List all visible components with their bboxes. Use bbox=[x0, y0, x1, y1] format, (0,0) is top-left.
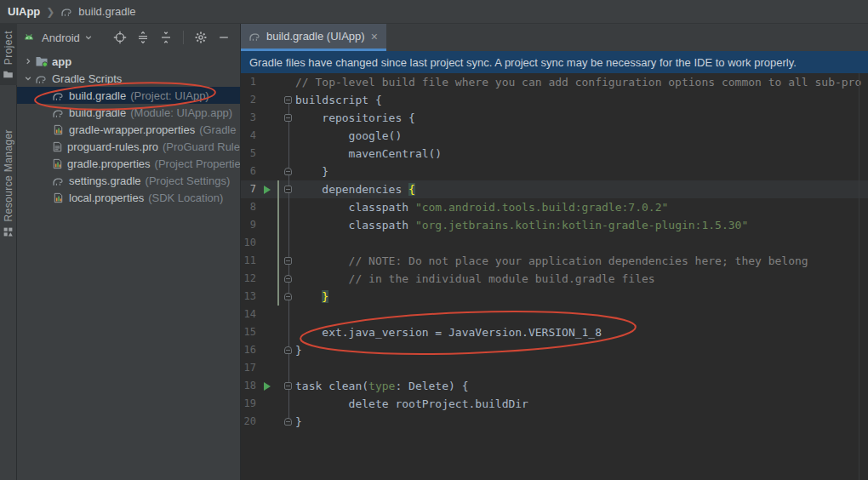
code-line-13[interactable]: 13 } bbox=[241, 288, 868, 306]
expand-all-button[interactable] bbox=[135, 30, 151, 45]
chevron-down-icon[interactable] bbox=[84, 33, 93, 42]
tree-item-gradle-properties-6[interactable]: gradle.properties(Project Propertie bbox=[17, 155, 240, 172]
code-line-16[interactable]: 16} bbox=[241, 341, 868, 359]
hide-icon bbox=[218, 31, 230, 43]
file-icon bbox=[51, 140, 64, 153]
code-text[interactable]: } bbox=[295, 341, 302, 359]
fold-marker-icon[interactable] bbox=[283, 413, 295, 431]
code-line-10[interactable]: 10 bbox=[241, 234, 868, 252]
intention-bulb-icon[interactable] bbox=[297, 183, 307, 196]
fold-marker-icon[interactable] bbox=[283, 288, 295, 306]
fold-marker-icon[interactable] bbox=[283, 252, 295, 270]
tab-build-gradle-uiapp[interactable]: build.gradle (UIApp) × bbox=[241, 24, 386, 51]
tree-item-build-gradle-2[interactable]: build.gradle(Project: UIApp) bbox=[17, 87, 240, 104]
code-text[interactable]: google() bbox=[295, 127, 402, 145]
fold-marker-icon[interactable] bbox=[283, 270, 295, 288]
fold-marker-icon[interactable] bbox=[283, 91, 295, 109]
code-line-18[interactable]: 18task clean(type: Delete) { bbox=[241, 377, 868, 395]
tree-item-proguard-rules-pro-5[interactable]: proguard-rules.pro(ProGuard Rule bbox=[17, 138, 240, 155]
code-line-5[interactable]: 5 mavenCentral() bbox=[241, 145, 868, 163]
breadcrumb-project[interactable]: UIApp bbox=[8, 5, 40, 18]
tree-item-label: build.gradle bbox=[69, 89, 126, 102]
settings-button[interactable] bbox=[193, 30, 208, 45]
code-line-9[interactable]: 9 classpath "org.jetbrains.kotlin:kotlin… bbox=[241, 216, 868, 234]
locate-file-button[interactable] bbox=[112, 30, 128, 45]
tree-item-app[interactable]: app bbox=[17, 53, 240, 70]
code-line-3[interactable]: 3 repositories { bbox=[241, 109, 868, 127]
fold-marker-icon[interactable] bbox=[283, 109, 295, 127]
code-text[interactable]: buildscript { bbox=[295, 91, 382, 109]
fold-marker-icon[interactable] bbox=[283, 180, 295, 198]
fold-gutter-slot bbox=[283, 127, 295, 145]
code-text[interactable]: classpath "org.jetbrains.kotlin:kotlin-g… bbox=[295, 216, 748, 234]
run-gutter-slot bbox=[261, 341, 274, 359]
code-line-7[interactable]: 7 dependencies { bbox=[241, 180, 868, 198]
gradle-icon bbox=[51, 174, 66, 187]
fold-gutter-slot bbox=[283, 359, 295, 377]
view-selector[interactable]: Android bbox=[42, 31, 80, 44]
tree-item-build-gradle-3[interactable]: build.gradle(Module: UIApp.app) bbox=[17, 104, 240, 121]
scrollbar-track[interactable] bbox=[859, 73, 859, 480]
fold-gutter-slot bbox=[283, 395, 295, 413]
code-text[interactable]: dependencies { bbox=[295, 180, 415, 198]
editor-area: build.gradle (UIApp) × Gradle files have… bbox=[241, 24, 868, 480]
code-line-19[interactable]: 19 delete rootProject.buildDir bbox=[241, 395, 868, 413]
code-line-20[interactable]: 20} bbox=[241, 413, 868, 431]
code-text[interactable]: delete rootProject.buildDir bbox=[295, 395, 528, 413]
code-line-2[interactable]: 2buildscript { bbox=[241, 91, 868, 109]
tool-window-label-resource-manager: Resource Manager bbox=[3, 129, 14, 221]
code-line-6[interactable]: 6 } bbox=[241, 163, 868, 180]
fold-marker-icon[interactable] bbox=[283, 341, 295, 359]
code-text[interactable]: } bbox=[295, 288, 328, 306]
code-line-15[interactable]: 15 ext.java_version = JavaVersion.VERSIO… bbox=[241, 323, 868, 341]
fold-marker-icon[interactable] bbox=[283, 377, 295, 395]
activity-bar: Project Resource Manager bbox=[0, 24, 17, 480]
code-text[interactable]: mavenCentral() bbox=[295, 145, 442, 163]
gradle-icon bbox=[248, 30, 261, 43]
code-text[interactable]: repositories { bbox=[295, 109, 415, 127]
tool-window-button-project[interactable]: Project bbox=[0, 24, 17, 85]
code-line-1[interactable]: 1// Top-level build file where you can a… bbox=[241, 73, 868, 91]
code-text[interactable]: // in the individual module build.gradle… bbox=[295, 270, 655, 288]
tree-item-settings-gradle-7[interactable]: settings.gradle(Project Settings) bbox=[17, 172, 240, 189]
code-text[interactable]: } bbox=[295, 413, 302, 431]
tool-window-button-resource-manager[interactable]: Resource Manager bbox=[0, 123, 17, 242]
line-number: 18 bbox=[241, 377, 261, 395]
code-text[interactable]: ext.java_version = JavaVersion.VERSION_1… bbox=[295, 323, 602, 341]
change-gutter-slot bbox=[274, 91, 283, 109]
changed-lines-marker bbox=[274, 216, 283, 234]
chevron-down-icon[interactable] bbox=[22, 74, 34, 83]
code-line-17[interactable]: 17 bbox=[241, 359, 868, 377]
changed-lines-marker bbox=[274, 252, 283, 270]
close-tab-icon[interactable]: × bbox=[370, 31, 379, 43]
breadcrumb-file[interactable]: build.gradle bbox=[78, 5, 135, 18]
properties-icon bbox=[51, 123, 66, 136]
code-text[interactable]: classpath "com.android.tools.build:gradl… bbox=[295, 198, 668, 216]
code-line-8[interactable]: 8 classpath "com.android.tools.build:gra… bbox=[241, 198, 868, 216]
tree-item-local-properties-8[interactable]: local.properties(SDK Location) bbox=[17, 189, 240, 206]
tree-item-gradle-scripts[interactable]: Gradle Scripts bbox=[17, 70, 240, 87]
change-gutter-slot bbox=[274, 163, 283, 180]
code-line-11[interactable]: 11 // NOTE: Do not place your applicatio… bbox=[241, 252, 868, 270]
line-number: 4 bbox=[241, 127, 261, 145]
tree-item-gradle-wrapper-properties-4[interactable]: gradle-wrapper.properties(Gradle bbox=[17, 121, 240, 138]
folder-tool-icon bbox=[3, 69, 14, 80]
code-line-14[interactable]: 14 bbox=[241, 306, 868, 323]
code-line-4[interactable]: 4 google() bbox=[241, 127, 868, 145]
code-line-12[interactable]: 12 // in the individual module build.gra… bbox=[241, 270, 868, 288]
code-text[interactable]: // Top-level build file where you can ad… bbox=[295, 73, 861, 91]
folder-icon bbox=[34, 54, 49, 68]
code-text[interactable]: } bbox=[295, 163, 328, 180]
notification-text: Gradle files have changed since last pro… bbox=[249, 56, 797, 69]
chevron-right-icon[interactable] bbox=[22, 57, 34, 66]
run-gutter-icon[interactable] bbox=[261, 377, 274, 395]
tree-item-label: local.properties bbox=[69, 191, 144, 204]
fold-marker-icon[interactable] bbox=[283, 163, 295, 180]
code-text[interactable]: task clean(type: Delete) { bbox=[295, 377, 469, 395]
collapse-all-button[interactable] bbox=[158, 30, 174, 45]
project-tree: appGradle Scriptsbuild.gradle(Project: U… bbox=[17, 51, 240, 206]
code-editor[interactable]: 1// Top-level build file where you can a… bbox=[241, 73, 868, 480]
run-gutter-icon[interactable] bbox=[261, 180, 274, 198]
code-text[interactable]: // NOTE: Do not place your application d… bbox=[295, 252, 808, 270]
hide-panel-button[interactable] bbox=[216, 30, 231, 45]
